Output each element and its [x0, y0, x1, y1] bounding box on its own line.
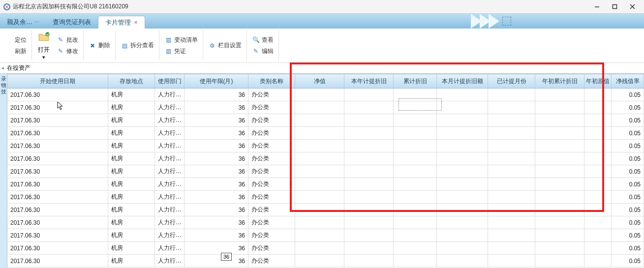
- col-header-dept[interactable]: 使用部门: [155, 74, 184, 88]
- cell-monthsCounted[interactable]: [488, 191, 535, 203]
- cell-dept[interactable]: 人力行…: [155, 140, 184, 152]
- cell-netValue[interactable]: [295, 101, 344, 114]
- cell-monthsCounted[interactable]: [488, 101, 535, 114]
- cell-months[interactable]: 36: [184, 89, 248, 101]
- cell-category[interactable]: 办公类: [248, 191, 295, 203]
- cell-yearBeginAcc[interactable]: [535, 242, 584, 254]
- cell-yearBeginOrig[interactable]: [584, 101, 612, 114]
- cell-yearBeginOrig[interactable]: [584, 216, 612, 229]
- cell-startDate[interactable]: 2017.06.30: [7, 101, 108, 114]
- cell-monthDep[interactable]: [437, 178, 488, 190]
- cell-monthsCounted[interactable]: [488, 114, 535, 126]
- cell-accDep[interactable]: [394, 242, 437, 254]
- col-header-netValue[interactable]: 净值: [295, 74, 344, 88]
- cell-dept[interactable]: 人力行…: [155, 101, 184, 114]
- col-header-salvageRate[interactable]: 净残值率: [612, 74, 644, 88]
- cell-monthDep[interactable]: [437, 101, 488, 114]
- cell-monthsCounted[interactable]: [488, 204, 535, 216]
- cell-monthDep[interactable]: [437, 140, 488, 152]
- side-tabs[interactable]: 录物技: [0, 74, 7, 268]
- change-list-button[interactable]: ▥变动清单: [161, 34, 201, 46]
- col-header-accDep[interactable]: 累计折旧: [394, 74, 437, 88]
- cell-location[interactable]: 机房: [108, 216, 155, 229]
- cell-location[interactable]: 机房: [108, 255, 155, 267]
- cell-yearBeginAcc[interactable]: [535, 127, 584, 139]
- cell-monthsCounted[interactable]: [488, 140, 535, 152]
- table-row[interactable]: 2017.06.30机房人力行…36办公类0.05: [7, 204, 644, 216]
- table-row[interactable]: 2017.06.30机房人力行…36办公类0.05: [7, 242, 644, 255]
- cell-yearBeginOrig[interactable]: [584, 229, 612, 241]
- col-header-months[interactable]: 使用年限(月): [184, 74, 248, 88]
- cell-netValue[interactable]: [295, 216, 344, 229]
- cell-startDate[interactable]: 2017.06.30: [7, 89, 108, 101]
- cell-accDep[interactable]: [394, 165, 437, 178]
- table-row[interactable]: 2017.06.30机房人力行…36办公类0.05: [7, 216, 644, 229]
- cell-yearDep[interactable]: [344, 204, 394, 216]
- cell-category[interactable]: 办公类: [248, 152, 295, 165]
- cell-accDep[interactable]: [394, 229, 437, 241]
- cell-yearBeginOrig[interactable]: [584, 114, 612, 126]
- cell-location[interactable]: 机房: [108, 140, 155, 152]
- modify-button[interactable]: ✎修改: [54, 46, 81, 57]
- cell-salvageRate[interactable]: 0.05: [612, 216, 644, 229]
- cell-monthDep[interactable]: [437, 204, 488, 216]
- cell-months[interactable]: 36: [184, 152, 248, 165]
- cell-netValue[interactable]: [295, 152, 344, 165]
- cell-category[interactable]: 办公类: [248, 255, 295, 267]
- locate-button[interactable]: 定位: [2, 34, 30, 46]
- cell-yearDep[interactable]: [344, 191, 394, 203]
- cell-yearBeginAcc[interactable]: [535, 114, 584, 126]
- cell-yearDep[interactable]: [344, 152, 394, 165]
- cell-accDep[interactable]: [394, 216, 437, 229]
- table-row[interactable]: 2017.06.30机房人力行…36办公类0.05: [7, 152, 644, 165]
- cell-location[interactable]: 机房: [108, 204, 155, 216]
- side-tab[interactable]: 物: [1, 82, 6, 89]
- cell-location[interactable]: 机房: [108, 178, 155, 190]
- cell-location[interactable]: 机房: [108, 89, 155, 101]
- cell-salvageRate[interactable]: 0.05: [612, 255, 644, 267]
- cell-yearBeginOrig[interactable]: [584, 204, 612, 216]
- cell-monthsCounted[interactable]: [488, 216, 535, 229]
- voucher-button[interactable]: ▥凭证: [161, 46, 201, 57]
- cell-months[interactable]: 36: [184, 191, 248, 203]
- cell-startDate[interactable]: 2017.06.30: [7, 204, 108, 216]
- col-header-yearDep[interactable]: 本年计提折旧: [344, 74, 394, 88]
- cell-yearBeginOrig[interactable]: [584, 178, 612, 190]
- side-tab[interactable]: 技: [1, 89, 6, 95]
- filter-dropdown-icon[interactable]: ▾: [2, 66, 7, 71]
- cell-monthDep[interactable]: [437, 255, 488, 267]
- cell-category[interactable]: 办公类: [248, 178, 295, 190]
- cell-location[interactable]: 机房: [108, 127, 155, 139]
- cell-netValue[interactable]: [295, 89, 344, 101]
- cell-monthDep[interactable]: [437, 242, 488, 254]
- side-tab[interactable]: 录: [1, 76, 6, 82]
- cell-yearBeginAcc[interactable]: [535, 140, 584, 152]
- col-header-category[interactable]: 类别名称: [248, 74, 295, 88]
- table-row[interactable]: 2017.06.30机房人力行…36办公类0.05: [7, 114, 644, 127]
- table-row[interactable]: 2017.06.30机房人力行…36办公类0.05: [7, 101, 644, 114]
- col-header-location[interactable]: 存放地点: [108, 74, 155, 88]
- cell-dept[interactable]: 人力行…: [155, 229, 184, 241]
- cell-months[interactable]: 36: [184, 165, 248, 178]
- minimize-button[interactable]: [588, 1, 606, 13]
- cell-dept[interactable]: 人力行…: [155, 114, 184, 126]
- cell-startDate[interactable]: 2017.06.30: [7, 178, 108, 190]
- view-button[interactable]: 🔍查看: [249, 34, 276, 46]
- cell-salvageRate[interactable]: 0.05: [612, 204, 644, 216]
- cell-yearDep[interactable]: [344, 140, 394, 152]
- cell-monthDep[interactable]: [437, 89, 488, 101]
- cell-yearDep[interactable]: [344, 216, 394, 229]
- cell-netValue[interactable]: [295, 242, 344, 254]
- cell-dept[interactable]: 人力行…: [155, 178, 184, 190]
- cell-months[interactable]: 36: [184, 216, 248, 229]
- cell-accDep[interactable]: [394, 204, 437, 216]
- cell-accDep[interactable]: [394, 127, 437, 139]
- cell-category[interactable]: 办公类: [248, 216, 295, 229]
- cell-monthsCounted[interactable]: [488, 127, 535, 139]
- cell-accDep[interactable]: [394, 191, 437, 203]
- cell-yearBeginAcc[interactable]: [535, 165, 584, 178]
- cell-monthsCounted[interactable]: [488, 229, 535, 241]
- table-row[interactable]: 2017.06.30机房人力行…36办公类0.05: [7, 140, 644, 152]
- cell-category[interactable]: 办公类: [248, 204, 295, 216]
- cell-location[interactable]: 机房: [108, 229, 155, 241]
